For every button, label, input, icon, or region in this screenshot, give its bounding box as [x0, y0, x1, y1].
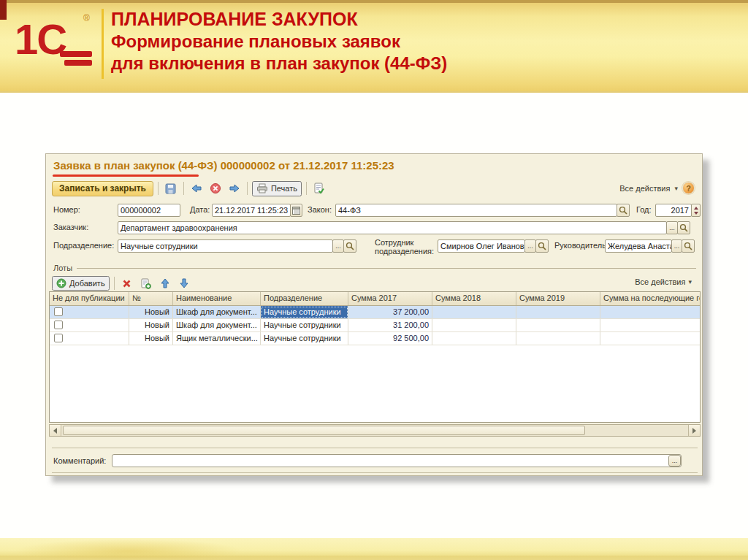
onec-logo-bar — [64, 60, 92, 66]
column-header[interactable]: Сумма 2019 — [516, 292, 600, 305]
print-button-label: Печать — [271, 184, 297, 193]
date-label: Дата: — [190, 205, 210, 214]
cell-name[interactable]: Шкаф для документ... — [173, 306, 261, 318]
cell-sum-2017[interactable]: 31 200,00 — [348, 319, 432, 331]
column-header[interactable]: Подразделение — [261, 292, 348, 305]
comment-ellipsis-button[interactable]: ... — [668, 455, 681, 467]
slide-header: 1С ® ПЛАНИРОВАНИЕ ЗАКУПОК Формирование п… — [0, 0, 748, 93]
chevron-down-icon: ▾ — [688, 278, 692, 285]
cell-not-for-publication[interactable] — [50, 306, 129, 318]
post-document-button[interactable] — [311, 181, 327, 196]
scroll-left-icon — [53, 428, 57, 434]
department-ellipsis-button[interactable]: ... — [332, 239, 344, 253]
forward-button[interactable] — [226, 181, 243, 196]
toolbar-separator — [247, 182, 248, 195]
column-header[interactable]: Не для публикации — [50, 292, 129, 305]
cell-name[interactable]: Шкаф для документ... — [173, 319, 261, 331]
manager-field[interactable]: Желудева Анастаси — [605, 239, 672, 253]
employee-field[interactable]: Смирнов Олег Иванови — [438, 239, 525, 253]
law-field[interactable]: 44-ФЗ — [335, 204, 617, 217]
horizontal-scrollbar[interactable] — [49, 424, 701, 437]
save-button[interactable] — [163, 181, 179, 196]
column-header[interactable]: Сумма на последующие го, — [600, 292, 700, 305]
cell-sum-2019[interactable] — [516, 306, 600, 318]
employee-lookup-button[interactable] — [535, 239, 549, 253]
arrow-right-icon — [229, 183, 240, 194]
document-check-icon — [313, 183, 324, 194]
not-for-publication-checkbox[interactable] — [54, 334, 63, 342]
scroll-left-button[interactable] — [50, 425, 61, 436]
lots-all-actions-menu[interactable]: Все действия ▾ — [635, 277, 692, 286]
move-down-button[interactable] — [176, 276, 192, 291]
number-field[interactable]: 000000002 — [118, 204, 180, 217]
column-header[interactable]: № — [129, 292, 173, 305]
slide-footer — [0, 538, 748, 560]
print-button[interactable]: Печать — [252, 181, 302, 196]
cell-department[interactable]: Научные сотрудники — [261, 306, 348, 318]
cell-number[interactable]: Новый — [129, 332, 173, 345]
chevron-down-icon: ▾ — [674, 185, 678, 192]
column-header[interactable]: Сумма 2017 — [348, 292, 432, 305]
column-header[interactable]: Сумма 2018 — [432, 292, 516, 305]
customer-ellipsis-button[interactable]: ... — [666, 221, 678, 234]
cell-sum-2018[interactable] — [432, 332, 516, 345]
not-for-publication-checkbox[interactable] — [54, 321, 63, 329]
employee-ellipsis-button[interactable]: ... — [524, 239, 536, 253]
slide-title: ПЛАНИРОВАНИЕ ЗАКУПОК Формирование планов… — [111, 7, 447, 74]
help-icon[interactable]: ? — [682, 182, 695, 194]
move-up-button[interactable] — [157, 276, 173, 291]
back-button[interactable] — [188, 181, 205, 196]
magnifier-icon — [679, 223, 688, 232]
spinner-up-icon — [694, 207, 698, 210]
cell-sum-2019[interactable] — [516, 319, 600, 331]
table-row[interactable]: Новый Шкаф для документ... Научные сотру… — [50, 306, 700, 319]
all-actions-menu[interactable]: Все действия ▾ ? — [619, 182, 695, 194]
add-row-button[interactable]: Добавить — [52, 276, 110, 291]
cancel-icon — [210, 183, 221, 194]
department-lookup-button[interactable] — [343, 239, 356, 253]
cell-sum-2017[interactable]: 37 200,00 — [348, 306, 432, 318]
cancel-button[interactable] — [207, 181, 224, 196]
table-row[interactable]: Новый Шкаф для документ... Научные сотру… — [50, 319, 700, 332]
cell-sum-next[interactable] — [600, 332, 700, 345]
cell-number[interactable]: Новый — [129, 306, 173, 318]
cell-sum-2019[interactable] — [516, 332, 600, 345]
year-spinner[interactable] — [691, 204, 701, 217]
comment-field[interactable] — [112, 454, 682, 467]
column-header[interactable]: Наименование — [173, 292, 261, 305]
table-row[interactable]: Новый Ящик металлически... Научные сотру… — [50, 332, 700, 345]
customer-lookup-button[interactable] — [677, 221, 690, 234]
copy-row-button[interactable] — [138, 276, 154, 291]
date-calendar-button[interactable] — [290, 204, 302, 217]
department-field[interactable]: Научные сотрудники — [118, 239, 333, 253]
manager-lookup-button[interactable] — [682, 239, 695, 253]
cell-name[interactable]: Ящик металлически... — [173, 332, 261, 345]
cell-not-for-publication[interactable] — [50, 319, 129, 331]
law-label: Закон: — [308, 205, 332, 214]
scrollbar-thumb[interactable] — [63, 426, 585, 435]
arrow-up-icon — [159, 277, 171, 289]
not-for-publication-checkbox[interactable] — [54, 307, 63, 316]
customer-field[interactable]: Департамент здравоохранения — [118, 221, 667, 234]
cell-sum-next[interactable] — [600, 306, 700, 318]
cell-department[interactable]: Научные сотрудники — [261, 332, 348, 345]
cell-sum-next[interactable] — [600, 319, 700, 331]
cell-sum-2018[interactable] — [432, 306, 516, 318]
cell-department[interactable]: Научные сотрудники — [261, 319, 348, 331]
law-lookup-button[interactable] — [617, 204, 630, 217]
cell-sum-2017[interactable]: 92 500,00 — [348, 332, 432, 345]
manager-ellipsis-button[interactable]: ... — [671, 239, 682, 253]
delete-row-button[interactable] — [119, 276, 135, 291]
save-and-close-button[interactable]: Записать и закрыть — [52, 181, 153, 196]
date-field[interactable]: 21.12.2017 11:25:23 — [212, 204, 291, 217]
footer-band — [0, 556, 748, 560]
floppy-icon — [165, 183, 176, 194]
year-field[interactable]: 2017 — [655, 204, 692, 217]
cell-sum-2018[interactable] — [432, 319, 516, 331]
delete-icon — [122, 279, 131, 288]
cell-not-for-publication[interactable] — [50, 332, 129, 345]
employee-label: Сотрудник подразделения: — [375, 238, 438, 256]
cell-number[interactable]: Новый — [129, 319, 173, 331]
calendar-icon — [292, 207, 300, 215]
scroll-right-button[interactable] — [688, 425, 700, 436]
